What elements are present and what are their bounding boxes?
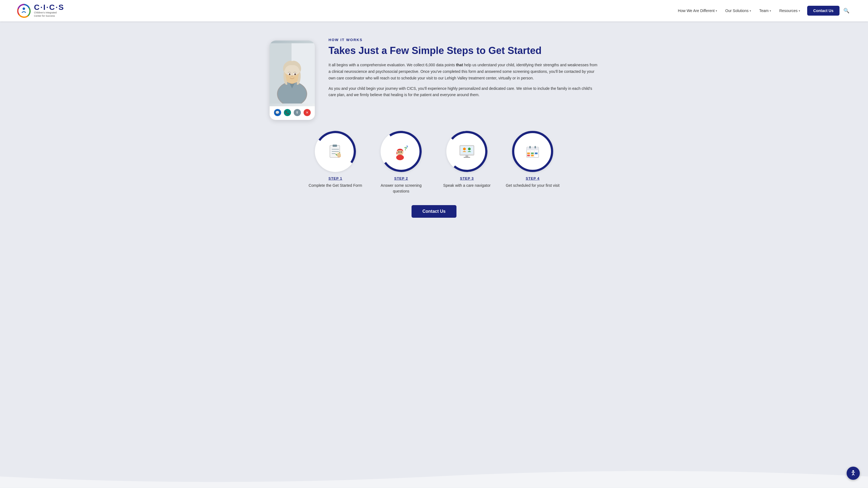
- svg-point-20: [337, 153, 341, 157]
- nav-item-our-solutions[interactable]: Our Solutions ▾: [722, 6, 754, 15]
- phone-btn-message[interactable]: 💬: [274, 109, 281, 116]
- svg-rect-44: [535, 153, 537, 154]
- step-2-item: ? ? STEP 2 Answer some screening questio…: [374, 131, 429, 194]
- content-wrapper: 💬 📞 🎙 ✕ HOW IT WORKS Takes Just a Few Si…: [270, 38, 598, 120]
- svg-rect-29: [466, 155, 468, 157]
- section-title: Takes Just a Few Simple Steps to Get Sta…: [329, 45, 598, 57]
- nav-item-how-we-are-different[interactable]: How We Are Different ▾: [675, 6, 720, 15]
- step-3-description: Speak with a care navigator: [443, 183, 491, 188]
- svg-point-22: [396, 155, 404, 160]
- svg-point-32: [468, 148, 471, 150]
- phone-person-image: [270, 43, 315, 103]
- section-body-1: It all begins with a comprehensive evalu…: [329, 62, 598, 82]
- svg-rect-45: [527, 155, 530, 156]
- step-4-icon: [512, 131, 553, 172]
- svg-point-25: [398, 151, 400, 153]
- step-2-circle: ? ?: [380, 131, 422, 172]
- step-4-label[interactable]: STEP 4: [526, 176, 540, 181]
- svg-point-13: [294, 73, 296, 75]
- section-body-2: As you and your child begin your journey…: [329, 86, 598, 99]
- phone-screen: [270, 40, 315, 106]
- step-3-label[interactable]: STEP 3: [460, 176, 474, 181]
- svg-point-26: [400, 151, 402, 153]
- step-1-description: Complete the Get Started Form: [309, 183, 362, 188]
- svg-point-47: [852, 470, 854, 472]
- step-1-label[interactable]: STEP 1: [329, 176, 342, 181]
- svg-rect-40: [529, 146, 531, 149]
- how-it-works-section: 💬 📞 🎙 ✕ HOW IT WORKS Takes Just a Few Si…: [0, 21, 868, 487]
- svg-rect-41: [534, 146, 536, 149]
- logo-text-block: C·I·C·S Children's IntegratedCenter for …: [34, 4, 64, 18]
- step-4-circle: [512, 131, 553, 172]
- phone-btn-mic[interactable]: 🎙: [294, 109, 301, 116]
- phone-btn-end[interactable]: ✕: [304, 109, 311, 116]
- brand-logo[interactable]: C·I·C·S Children's IntegratedCenter for …: [17, 3, 64, 18]
- svg-rect-42: [527, 153, 530, 154]
- nav-menu: How We Are Different ▾ Our Solutions ▾ T…: [675, 5, 851, 16]
- cta-wrapper: Contact Us: [22, 205, 846, 218]
- step-2-description: Answer some screening questions: [374, 183, 429, 194]
- step-1-icon: [315, 131, 356, 172]
- svg-rect-35: [527, 149, 539, 150]
- svg-rect-15: [333, 144, 337, 147]
- svg-rect-28: [461, 146, 473, 154]
- steps-container: STEP 1 Complete the Get Started Form: [270, 131, 598, 194]
- logo-subtitle: Children's IntegratedCenter for Success: [34, 11, 64, 18]
- phone-btn-call[interactable]: 📞: [284, 109, 291, 116]
- nav-contact-button[interactable]: Contact Us: [807, 6, 839, 15]
- nav-item-resources[interactable]: Resources ▾: [776, 6, 803, 15]
- phone-controls: 💬 📞 🎙 ✕: [270, 106, 315, 119]
- svg-point-31: [463, 148, 466, 150]
- logo-title: C·I·C·S: [34, 4, 64, 11]
- step-2-icon: ? ?: [380, 131, 422, 172]
- navbar: C·I·C·S Children's IntegratedCenter for …: [0, 0, 868, 21]
- svg-rect-30: [464, 157, 470, 158]
- search-icon[interactable]: 🔍: [841, 5, 851, 16]
- logo-icon: [17, 3, 31, 18]
- svg-rect-43: [531, 153, 534, 154]
- step-4-description: Get scheduled for your first visit: [506, 183, 559, 188]
- svg-point-12: [289, 73, 290, 75]
- section-label: HOW IT WORKS: [329, 38, 598, 42]
- accessibility-button[interactable]: [847, 467, 860, 480]
- chevron-down-icon: ▾: [799, 9, 800, 12]
- step-1-item: STEP 1 Complete the Get Started Form: [308, 131, 363, 194]
- chevron-down-icon: ▾: [770, 9, 771, 12]
- step-3-circle: [446, 131, 488, 172]
- nav-item-team[interactable]: Team ▾: [756, 6, 774, 15]
- phone-frame: 💬 📞 🎙 ✕: [270, 40, 315, 120]
- step-1-circle: [315, 131, 356, 172]
- chevron-down-icon: ▾: [716, 9, 717, 12]
- svg-point-1: [23, 7, 25, 10]
- cta-contact-button[interactable]: Contact Us: [411, 205, 457, 218]
- step-2-label[interactable]: STEP 2: [394, 176, 408, 181]
- phone-mockup: 💬 📞 🎙 ✕: [270, 40, 315, 120]
- svg-text:?: ?: [406, 145, 408, 149]
- step-3-item: STEP 3 Speak with a care navigator: [439, 131, 494, 194]
- wave-decoration: [0, 465, 868, 487]
- text-content: HOW IT WORKS Takes Just a Few Simple Ste…: [329, 38, 598, 120]
- step-4-item: STEP 4 Get scheduled for your first visi…: [505, 131, 560, 194]
- svg-rect-46: [531, 155, 534, 156]
- chevron-down-icon: ▾: [750, 9, 751, 12]
- step-3-icon: [446, 131, 488, 172]
